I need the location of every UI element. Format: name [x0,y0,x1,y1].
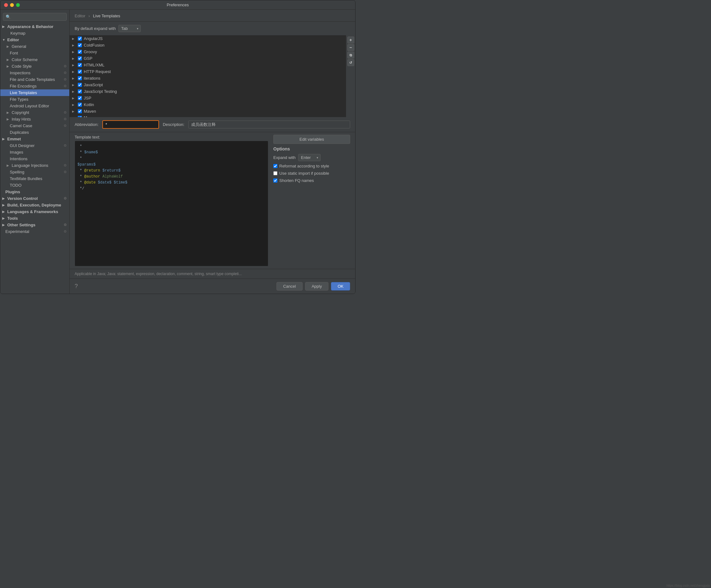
template-group-coldfusion[interactable]: ▶ ColdFusion [70,42,346,48]
sidebar-item-tools[interactable]: ▶ Tools [0,215,69,222]
help-icon[interactable]: ? [74,283,78,289]
sidebar-item-version-control[interactable]: ▶ Version Control ⚙ [0,195,69,202]
sidebar-item-textmate-bundles[interactable]: TextMate Bundles [0,175,69,182]
sidebar-item-todo[interactable]: TODO [0,182,69,189]
sidebar-item-android-layout[interactable]: Android Layout Editor [0,103,69,109]
template-group-javascript-testing[interactable]: ▶ JavaScript Testing [70,88,346,95]
sidebar-label: Inlay Hints [12,117,31,122]
sidebar-item-inspections[interactable]: Inspections ⚙ [0,70,69,76]
footer: ? Cancel Apply OK [70,279,355,294]
sidebar-item-file-code-templates[interactable]: File and Code Templates ⚙ [0,76,69,83]
expand-arrow-icon: ▶ [72,57,76,60]
template-group-http-request[interactable]: ▶ HTTP Request [70,68,346,75]
sidebar-item-other-settings[interactable]: ▶ Other Settings ⚙ [0,222,69,228]
edit-variables-button[interactable]: Edit variables [273,135,350,144]
static-import-label: Use static import if possible [279,171,329,176]
template-text-area: Template text: * * $name$ * $params$ * @… [74,135,268,266]
sidebar-label: TODO [10,183,21,188]
reformat-checkbox[interactable] [273,164,277,168]
sidebar-item-copyright[interactable]: ▶ Copyright ⚙ [0,109,69,116]
sidebar-item-plugins[interactable]: Plugins [0,189,69,195]
reformat-checkbox-row: Reformat according to style [273,164,350,168]
sidebar-search[interactable] [3,13,67,21]
sidebar-item-appearance[interactable]: ▶ Appearance & Behavior [0,23,69,30]
cancel-button[interactable]: Cancel [277,282,302,290]
sidebar-label: File and Code Templates [10,77,55,82]
abbreviation-row: Abbreviation: Description: [70,117,355,132]
sidebar-item-build-execution[interactable]: ▶ Build, Execution, Deployme [0,202,69,209]
description-input[interactable] [188,121,350,128]
expand-icon: ▼ [2,38,6,42]
group-checkbox[interactable] [78,37,82,41]
group-checkbox[interactable] [78,70,82,74]
sidebar-item-images[interactable]: Images [0,149,69,155]
code-var-time: $time$ [114,180,127,185]
sidebar-item-camel-case[interactable]: Camel Case ⚙ [0,123,69,129]
sidebar-label: Copyright [12,110,29,115]
ok-button[interactable]: OK [331,282,350,290]
sidebar: ▶ Appearance & Behavior Keymap ▼ Editor … [0,10,70,294]
sidebar-item-intentions[interactable]: Intentions [0,155,69,162]
template-group-iterations[interactable]: ▶ iterations [70,75,346,82]
group-checkbox[interactable] [78,43,82,47]
sidebar-item-file-encodings[interactable]: File Encodings ⚙ [0,83,69,89]
template-group-javascript[interactable]: ▶ JavaScript [70,82,346,88]
template-group-jsp[interactable]: ▶ JSP [70,95,346,101]
sidebar-item-live-templates[interactable]: Live Templates [0,89,69,96]
sidebar-item-general[interactable]: ▶ General [0,43,69,50]
copy-template-button[interactable]: ⧉ [347,51,354,59]
sidebar-item-emmet[interactable]: ▶ Emmet [0,136,69,142]
template-group-maven[interactable]: ▶ Maven [70,108,346,114]
group-checkbox[interactable] [78,56,82,61]
group-checkbox[interactable] [78,76,82,80]
sidebar-item-spelling[interactable]: Spelling ⚙ [0,169,69,175]
sidebar-item-languages-frameworks[interactable]: ▶ Languages & Frameworks [0,209,69,215]
code-annotation-return-tag: @return [84,168,100,173]
sidebar-item-font[interactable]: Font [0,50,69,56]
minimize-button[interactable] [10,3,14,7]
group-checkbox[interactable] [78,109,82,113]
code-var-params: $params$ [78,162,96,167]
sidebar-item-code-style[interactable]: ▶ Code Style ⚙ [0,63,69,70]
maximize-button[interactable] [16,3,20,7]
sidebar-item-gui-designer[interactable]: GUI Designer ⚙ [0,142,69,149]
options-title: Options [273,146,350,151]
remove-template-button[interactable]: − [347,44,354,51]
sidebar-item-language-injections[interactable]: ▶ Language Injections ⚙ [0,162,69,169]
abbreviation-label: Abbreviation: [74,122,99,127]
close-button[interactable] [4,3,8,7]
template-group-html-xml[interactable]: ▶ HTML/XML [70,62,346,68]
sidebar-item-color-scheme[interactable]: ▶ Color Scheme [0,56,69,63]
group-checkbox[interactable] [78,63,82,67]
sidebar-item-inlay-hints[interactable]: ▶ Inlay Hints ⚙ [0,116,69,123]
sidebar-item-experimental[interactable]: Experimental ⚙ [0,228,69,235]
template-group-angularjs[interactable]: ▶ AngularJS [70,35,346,42]
preferences-window: Preferences ▶ Appearance & Behavior Keym… [0,0,356,294]
group-checkbox[interactable] [78,96,82,100]
code-editor[interactable]: * * $name$ * $params$ * @return $return$… [74,141,268,266]
template-group-my[interactable]: ▼ My [70,114,346,117]
expand-with-select[interactable]: Tab Enter Space [118,25,141,32]
template-group-kotlin[interactable]: ▶ Kotlin [70,101,346,108]
group-checkbox[interactable] [78,89,82,93]
sidebar-item-editor[interactable]: ▼ Editor [0,37,69,43]
restore-template-button[interactable]: ↺ [347,59,354,66]
settings-icon: ⚙ [64,71,67,75]
expand-with-options-label: Expand with [273,155,296,160]
static-import-checkbox[interactable] [273,171,277,175]
add-template-button[interactable]: + [347,37,354,43]
group-checkbox[interactable] [78,83,82,87]
template-group-groovy[interactable]: ▶ Groovy [70,48,346,55]
sidebar-item-duplicates[interactable]: Duplicates [0,129,69,136]
sidebar-label: Color Scheme [12,57,38,62]
expand-with-option-select[interactable]: Enter Tab Space [298,154,321,161]
sidebar-label: Android Layout Editor [10,104,49,108]
sidebar-item-keymap[interactable]: Keymap [0,30,69,37]
group-checkbox[interactable] [78,103,82,107]
apply-button[interactable]: Apply [305,282,329,290]
shorten-fq-checkbox[interactable] [273,178,277,182]
abbreviation-input[interactable] [102,120,159,129]
template-group-gsp[interactable]: ▶ GSP [70,55,346,62]
group-checkbox[interactable] [78,50,82,54]
sidebar-item-file-types[interactable]: File Types [0,96,69,103]
